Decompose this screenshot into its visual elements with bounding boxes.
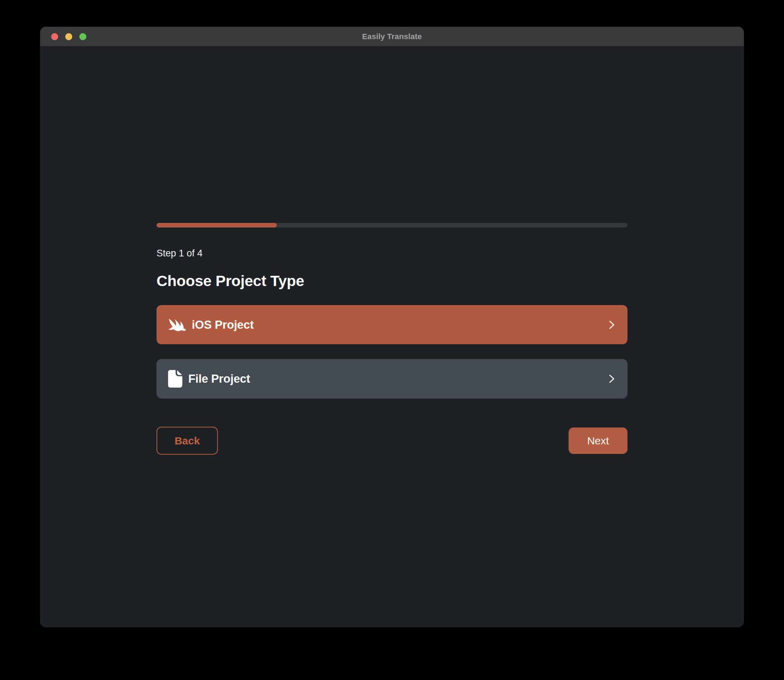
- zoom-button[interactable]: [79, 33, 86, 40]
- app-window: Easily Translate Step 1 of 4 Choose Proj…: [40, 27, 744, 627]
- page-title: Choose Project Type: [157, 272, 627, 290]
- option-file-project[interactable]: File Project: [157, 359, 627, 398]
- close-button[interactable]: [51, 33, 58, 40]
- option-ios-project[interactable]: iOS Project: [157, 305, 627, 344]
- titlebar: Easily Translate: [40, 27, 744, 46]
- progress-fill: [157, 223, 277, 228]
- option-label: File Project: [188, 372, 250, 386]
- chevron-right-icon: [609, 374, 615, 383]
- option-label: iOS Project: [192, 318, 254, 332]
- chevron-right-icon: [609, 320, 615, 329]
- progress-bar: [157, 223, 627, 228]
- document-icon: [168, 370, 182, 387]
- wizard-content: Step 1 of 4 Choose Project Type iOS Proj…: [157, 46, 627, 455]
- minimize-button[interactable]: [65, 33, 72, 40]
- swift-icon: [168, 317, 186, 333]
- window-title: Easily Translate: [362, 32, 422, 41]
- traffic-lights: [51, 27, 86, 46]
- step-indicator: Step 1 of 4: [157, 247, 627, 259]
- wizard-actions: Back Next: [157, 427, 627, 455]
- next-button[interactable]: Next: [569, 428, 627, 454]
- back-button[interactable]: Back: [157, 427, 218, 455]
